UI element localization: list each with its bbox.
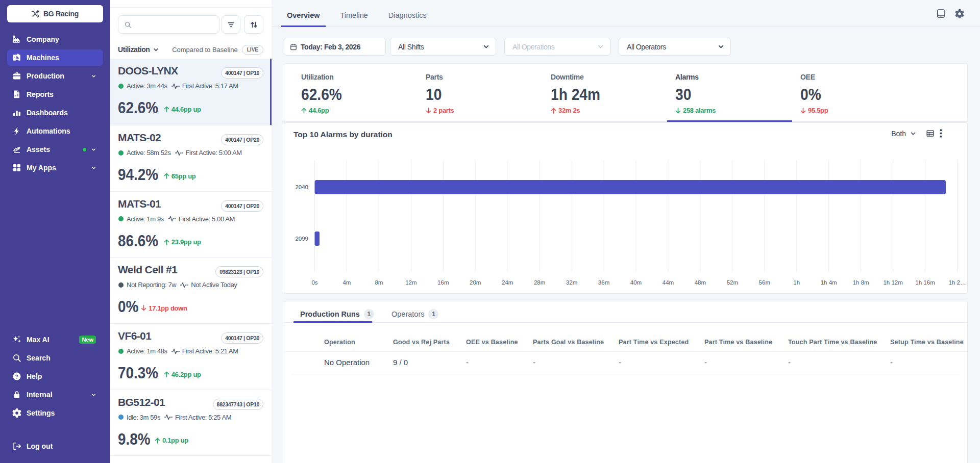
svg-text:48m: 48m (695, 279, 706, 286)
svg-text:4m: 4m (342, 279, 351, 286)
svg-text:56m: 56m (759, 279, 770, 286)
svg-text:32m: 32m (566, 279, 577, 286)
svg-text:20m: 20m (470, 279, 481, 286)
svg-text:0s: 0s (311, 279, 317, 286)
svg-text:1h 12m: 1h 12m (883, 279, 902, 286)
svg-text:52m: 52m (727, 279, 738, 286)
svg-text:8m: 8m (375, 279, 383, 286)
svg-text:1h 16m: 1h 16m (915, 279, 935, 286)
svg-text:1h 4m: 1h 4m (821, 279, 837, 286)
svg-text:44m: 44m (663, 279, 674, 286)
svg-text:36m: 36m (598, 279, 609, 286)
svg-text:1h 8m: 1h 8m (853, 279, 869, 286)
svg-text:12m: 12m (405, 279, 416, 286)
svg-text:2099: 2099 (295, 236, 308, 242)
svg-text:16m: 16m (437, 279, 449, 286)
svg-text:2040: 2040 (295, 184, 308, 190)
svg-text:24m: 24m (502, 279, 513, 286)
svg-text:28m: 28m (534, 279, 545, 286)
svg-text:1h 2…: 1h 2… (949, 279, 966, 286)
svg-text:1h: 1h (793, 279, 800, 286)
svg-text:40m: 40m (630, 279, 642, 286)
